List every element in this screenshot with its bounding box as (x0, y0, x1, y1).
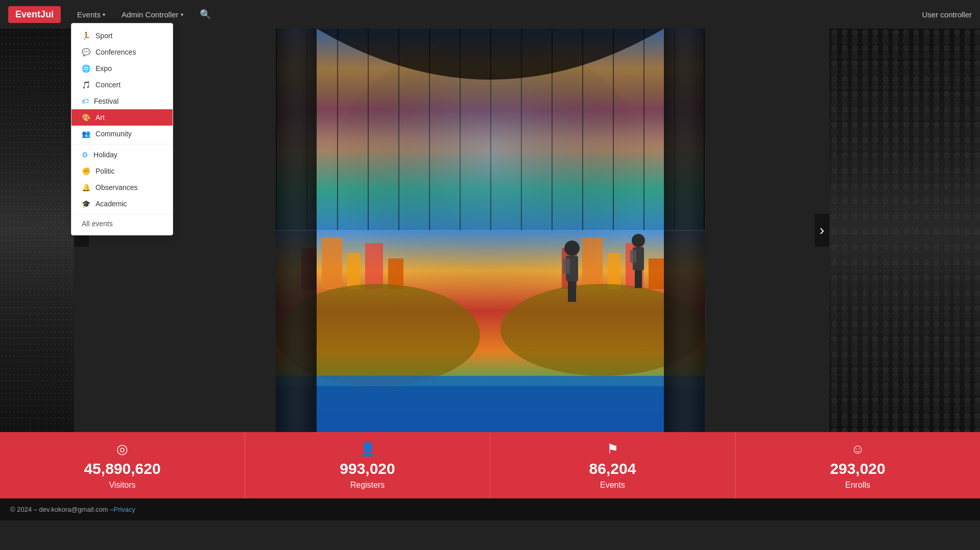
politic-label: Politic (95, 167, 114, 175)
concert-icon: 🎵 (82, 81, 90, 89)
stat-registers: 👤993,020Registers (245, 432, 490, 498)
admin-caret-icon: ▾ (181, 12, 183, 17)
sport-icon: 🏃 (82, 32, 90, 40)
registers-label: Registers (350, 481, 385, 490)
concert-label: Concert (95, 81, 121, 89)
dropdown-item-academic[interactable]: 🎓Academic (71, 196, 173, 212)
footer: © 2024 – dev.kokora@gmail.com – Privacy (0, 498, 980, 520)
hero-exhibit-image (276, 29, 705, 432)
events-number: 86,204 (589, 460, 636, 477)
brand-logo[interactable]: EventJui (8, 6, 61, 23)
hero-next-button[interactable]: › (815, 214, 829, 247)
events-nav-link[interactable]: Events ▾ (71, 6, 111, 23)
expo-label: Expo (95, 64, 112, 73)
sport-label: Sport (95, 32, 112, 40)
svg-rect-45 (630, 250, 636, 263)
enrolls-number: 293,020 (830, 460, 885, 477)
svg-rect-43 (635, 270, 638, 288)
hero-right-panel (829, 29, 980, 432)
svg-rect-49 (829, 29, 980, 432)
admin-controller-nav-link[interactable]: Admin Controller ▾ (115, 6, 189, 23)
svg-rect-32 (276, 386, 705, 432)
svg-rect-40 (563, 258, 570, 274)
politic-icon: ✊ (82, 167, 90, 175)
events-icon: ⚑ (607, 441, 618, 457)
academic-label: Academic (95, 200, 127, 208)
events-caret-icon: ▾ (103, 12, 105, 17)
academic-icon: 🎓 (82, 200, 90, 208)
observances-label: Observances (95, 183, 137, 192)
stats-bar: ◎45,890,620Visitors👤993,020Registers⚑86,… (0, 432, 980, 498)
svg-rect-44 (638, 270, 642, 288)
crowd-dots-left (0, 29, 74, 432)
conferences-label: Conferences (95, 48, 136, 56)
dropdown-divider (71, 144, 173, 145)
dropdown-item-art[interactable]: 🎨Art (71, 109, 173, 126)
festival-icon: 🏷 (82, 97, 89, 105)
dropdown-item-politic[interactable]: ✊Politic (71, 163, 173, 179)
user-controller-link[interactable]: User controller (922, 10, 972, 19)
stat-events: ⚑86,204Events (490, 432, 735, 498)
footer-privacy-link[interactable]: Privacy (113, 506, 135, 513)
footer-copyright: © 2024 – dev.kokora@gmail.com – (10, 506, 113, 513)
svg-point-35 (327, 39, 654, 325)
dropdown-divider-2 (71, 214, 173, 214)
svg-rect-39 (572, 281, 576, 302)
dropdown-item-expo[interactable]: 🌐Expo (71, 60, 173, 77)
navbar: EventJui Events ▾ 🏃Sport💬Conferences🌐Exp… (0, 0, 980, 29)
visitors-icon: ◎ (116, 441, 128, 457)
community-icon: 👥 (82, 130, 90, 138)
svg-point-41 (632, 234, 645, 247)
registers-icon: 👤 (360, 441, 376, 457)
svg-rect-20 (322, 238, 342, 289)
events-dropdown: Events ▾ 🏃Sport💬Conferences🌐Expo🎵Concert… (71, 6, 111, 23)
stat-enrolls: ☺293,020Enrolls (735, 432, 980, 498)
community-label: Community (95, 130, 132, 138)
hero-left-panel (0, 29, 74, 432)
art-icon: 🎨 (82, 113, 90, 122)
events-label: Events (600, 481, 625, 490)
holiday-label: Holiday (93, 151, 117, 159)
svg-rect-28 (649, 258, 664, 289)
conferences-icon: 💬 (82, 48, 90, 56)
nav-items: Events ▾ 🏃Sport💬Conferences🌐Expo🎵Concert… (71, 5, 217, 24)
events-dropdown-menu: 🏃Sport💬Conferences🌐Expo🎵Concert🏷Festival… (71, 23, 173, 235)
dropdown-item-holiday[interactable]: ⚙Holiday (71, 147, 173, 163)
exhibit-arch-svg (276, 29, 705, 432)
observances-icon: 🔔 (82, 183, 90, 192)
dropdown-item-community[interactable]: 👥Community (71, 126, 173, 142)
visitors-label: Visitors (109, 481, 135, 490)
dropdown-all-events[interactable]: All events (71, 217, 173, 231)
svg-point-36 (564, 241, 580, 256)
dropdown-item-observances[interactable]: 🔔Observances (71, 179, 173, 196)
expo-icon: 🌐 (82, 64, 90, 73)
dropdown-item-concert[interactable]: 🎵Concert (71, 77, 173, 93)
dropdown-item-sport[interactable]: 🏃Sport (71, 28, 173, 44)
dropdown-item-conferences[interactable]: 💬Conferences (71, 44, 173, 60)
festival-label: Festival (94, 97, 118, 105)
enrolls-label: Enrolls (845, 481, 870, 490)
dropdown-item-festival[interactable]: 🏷Festival (71, 93, 173, 109)
holiday-icon: ⚙ (82, 151, 88, 159)
svg-rect-38 (568, 281, 572, 302)
stat-visitors: ◎45,890,620Visitors (0, 432, 245, 498)
visitors-number: 45,890,620 (84, 460, 160, 477)
search-button[interactable]: 🔍 (194, 5, 217, 24)
art-label: Art (95, 113, 105, 122)
registers-number: 993,020 (340, 460, 395, 477)
enrolls-icon: ☺ (851, 441, 865, 457)
